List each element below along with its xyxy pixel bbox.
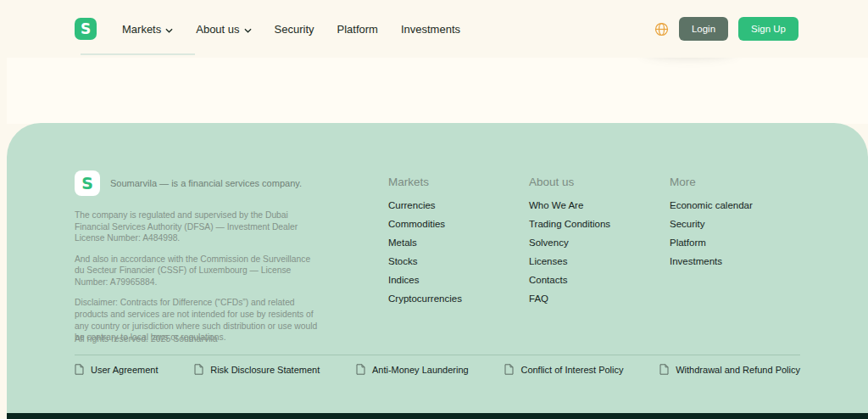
bottom-strip [7,413,868,419]
content-band [7,58,868,124]
regulation-paragraph-cssf: And also in accordance with the Commissi… [75,254,322,288]
document-icon [194,364,203,375]
footer-column-title: More [670,176,805,188]
footer-link-contacts[interactable]: Contacts [529,276,665,286]
footer-link-solvency[interactable]: Solvency [529,238,665,249]
legal-link-conflict-of-interest[interactable]: Conflict of Interest Policy [504,364,623,375]
footer-column-title: Markets [388,176,524,188]
document-icon [75,364,84,375]
document-icon [659,364,669,375]
nav-label: Platform [337,23,378,36]
footer-link-trading-conditions[interactable]: Trading Conditions [529,220,665,230]
chevron-down-icon [244,23,252,36]
footer-link-commodities[interactable]: Commodities [388,220,524,230]
legal-link-risk-disclosure[interactable]: Risk Disclosure Statement [194,364,320,375]
footer-logo[interactable]: S [75,170,100,196]
legal-link-anti-money-laundering[interactable]: Anti-Money Laundering [356,364,469,375]
footer-link-metals[interactable]: Metals [388,238,524,249]
nav-label: About us [196,23,239,36]
document-icon [504,364,514,375]
footer-link-platform[interactable]: Platform [670,238,805,249]
page: S Markets About us Security Platform [0,0,868,419]
nav-item-platform[interactable]: Platform [337,23,378,36]
legal-link-label: Withdrawal and Refund Policy [676,365,800,375]
nav-label: Markets [122,23,161,36]
language-globe-icon[interactable] [654,22,669,36]
footer-link-stocks[interactable]: Stocks [388,257,524,267]
footer-link-investments[interactable]: Investments [670,257,805,267]
signup-button[interactable]: Sign Up [738,17,798,41]
nav-item-investments[interactable]: Investments [401,23,460,36]
nav-label: Security [275,23,314,36]
footer-column-more: More Economic calendar Security Platform… [670,176,805,276]
legal-links-row: User Agreement Risk Disclosure Statement… [75,364,800,375]
regulation-paragraph-dfsa: The company is regulated and supervised … [75,210,322,244]
footer-link-economic-calendar[interactable]: Economic calendar [670,201,805,211]
footer-link-currencies[interactable]: Currencies [388,201,524,211]
footer-logo-glyph: S [81,176,93,192]
header-actions: Login Sign Up [654,17,798,41]
footer-column-about-us: About us Who We Are Trading Conditions S… [529,176,665,313]
decorative-underline [81,53,195,55]
top-nav: S Markets About us Security Platform [0,0,868,58]
nav-item-markets[interactable]: Markets [122,22,173,36]
footer: S Soumarvila — is a financial services c… [7,123,868,413]
footer-link-cryptocurrencies[interactable]: Cryptocurrencies [388,294,524,304]
copyright-text: All rights reserved. 2025 Soumarvila [75,333,218,344]
nav-label: Investments [401,23,460,36]
legal-link-label: Risk Disclosure Statement [210,365,320,375]
document-icon [356,364,365,375]
nav-item-about-us[interactable]: About us [196,22,251,36]
footer-link-indices[interactable]: Indices [388,276,524,286]
chevron-down-icon [165,23,173,36]
footer-column-markets: Markets Currencies Commodities Metals St… [388,176,524,313]
legal-link-label: User Agreement [91,365,158,375]
brand-logo[interactable]: S [75,18,97,40]
footer-column-title: About us [529,176,665,188]
legal-link-label: Anti-Money Laundering [372,365,469,375]
footer-link-who-we-are[interactable]: Who We Are [529,201,665,211]
footer-link-faq[interactable]: FAQ [529,294,665,304]
brand-logo-glyph: S [81,22,91,36]
legal-link-label: Conflict of Interest Policy [520,365,623,375]
nav-item-security[interactable]: Security [275,23,314,36]
legal-link-withdrawal-refund[interactable]: Withdrawal and Refund Policy [659,364,800,375]
main-nav: Markets About us Security Platform Inves… [122,22,460,36]
legal-link-user-agreement[interactable]: User Agreement [75,364,158,375]
footer-link-security[interactable]: Security [670,220,805,230]
footer-link-licenses[interactable]: Licenses [529,257,665,267]
footer-brand-row: S Soumarvila — is a financial services c… [75,170,322,196]
company-description: Soumarvila — is a financial services com… [110,178,302,188]
footer-divider [75,355,800,355]
footer-company-block: S Soumarvila — is a financial services c… [75,170,322,344]
login-button[interactable]: Login [679,17,728,41]
